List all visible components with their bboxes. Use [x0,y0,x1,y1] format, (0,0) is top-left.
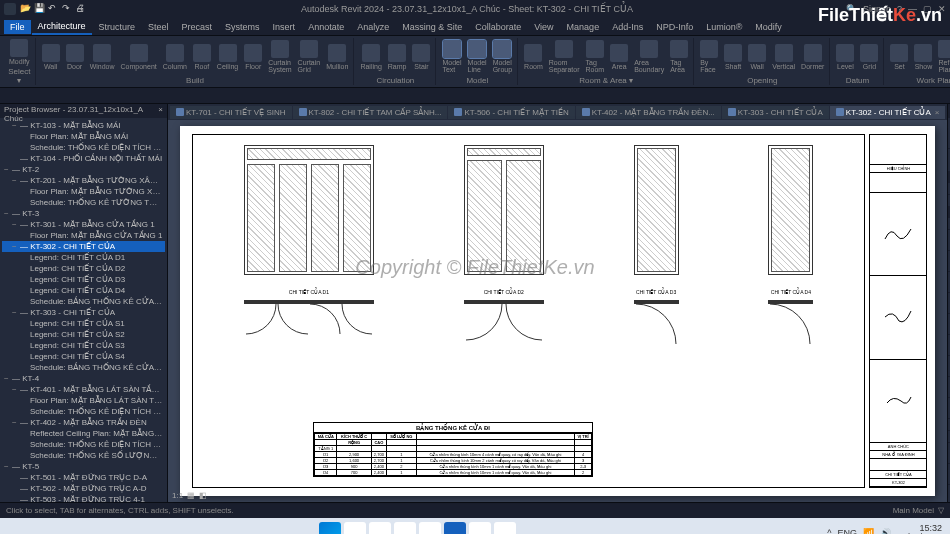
ribbon-tab-massingsite[interactable]: Massing & Site [396,20,468,34]
system-tray[interactable]: ^ ENG 📶 🔊 15:32 24/08/2023 [827,524,942,534]
tool-modelline[interactable]: Model Line [466,39,489,74]
tree-item[interactable]: Floor Plan: MẶT BẰNG CỬA TẦNG 1 [2,230,165,241]
tree-item[interactable]: −— KT-201 - MẶT BẰNG TƯỜNG XÂY TẦNG 1 [2,175,165,186]
tool-ramp[interactable]: Ramp [386,43,409,71]
tree-item[interactable]: Schedule: THỐNG KÊ DIỆN TÍCH MÁI [2,142,165,153]
ribbon-tab-npdinfo[interactable]: NPD-Info [650,20,699,34]
tool-show[interactable]: Show [912,43,934,71]
tool-mullion[interactable]: Mullion [324,43,350,71]
ribbon-tab-addins[interactable]: Add-Ins [606,20,649,34]
tool-curtainsystem[interactable]: Curtain System [266,39,293,74]
tree-item[interactable]: Legend: CHI TIẾT CỦA S3 [2,340,165,351]
ribbon-tab-manage[interactable]: Manage [561,20,606,34]
door-d1-elevation[interactable] [244,145,374,275]
tool-curtaingrid[interactable]: Curtain Grid [296,39,323,74]
titleblock[interactable]: HIỆU CHỈNH ANH CHÚC NHÀ Ở GIA ĐÌNH CHI T… [869,134,927,488]
view-tab[interactable]: KT-303 - CHI TIẾT CỦA [722,106,829,119]
door-d2-elevation[interactable] [464,145,544,275]
ribbon-tab-annotate[interactable]: Annotate [302,20,350,34]
ribbon-tab-steel[interactable]: Steel [142,20,175,34]
tool-tagarea[interactable]: Tag Area [668,39,690,74]
taskbar-search-icon[interactable] [344,522,366,534]
tree-item[interactable]: — KT-501 - MẶT ĐỨNG TRỤC D-A [2,472,165,483]
door-schedule[interactable]: BẢNG THỐNG KÊ CỬA ĐI MÃ CỬAKÍCH THƯỚCSỐ … [313,422,593,477]
tool-dormer[interactable]: Dormer [799,43,826,71]
tree-item[interactable]: Legend: CHI TIẾT CỦA D1 [2,252,165,263]
ribbon-tab-modify[interactable]: Modify [749,20,788,34]
qat-open-icon[interactable]: 📂 [20,3,32,15]
tool-roomseparator[interactable]: Room Separator [547,39,582,74]
quick-access-toolbar[interactable]: 📂 💾 ↶ ↷ 🖨 [20,3,88,15]
ribbon-tab-view[interactable]: View [528,20,559,34]
tree-item[interactable]: −— KT-302 - CHI TIẾT CỦA [2,241,165,252]
swing-d2[interactable] [464,300,544,350]
tree-item[interactable]: Legend: CHI TIẾT CỦA S2 [2,329,165,340]
project-browser-header[interactable]: Project Browser - 23.07.31_12x10x1_A Chú… [0,104,167,118]
tree-item[interactable]: Schedule: THỐNG KÊ TƯỜNG TỔNG HỢP [2,197,165,208]
tree-item[interactable]: Schedule: THỐNG KÊ SỐ LƯỢNG ĐÈN [2,450,165,461]
tool-roof[interactable]: Roof [191,43,213,71]
tool-tagroom[interactable]: Tag Room [584,39,607,74]
tool-railing[interactable]: Railing [358,43,383,71]
ribbon-tab-insert[interactable]: Insert [267,20,302,34]
tree-item[interactable]: — KT-502 - MẶT ĐỨNG TRỤC A-D [2,483,165,494]
qat-undo-icon[interactable]: ↶ [48,3,60,15]
tool-modeltext[interactable]: Model Text [440,39,463,74]
tool-window[interactable]: Window [88,43,117,71]
tool-stair[interactable]: Stair [410,43,432,71]
view-tab[interactable]: KT-506 - CHI TIẾT MẶT TIỀN [448,106,574,119]
door-d4-elevation[interactable] [768,145,813,275]
tool-area[interactable]: Area [608,43,630,71]
ribbon-tab-collaborate[interactable]: Collaborate [469,20,527,34]
swing-d1[interactable] [244,300,374,350]
drawing-canvas[interactable]: CHI TIẾT CỦA D1 CHI TIẾT CỦA D2 CHI TIẾT [168,120,947,502]
ribbon-tab-precast[interactable]: Precast [176,20,219,34]
tray-lang[interactable]: ENG [837,528,857,534]
tool-wall[interactable]: Wall [746,43,768,71]
tool-component[interactable]: Component [119,43,159,71]
tree-item[interactable]: −— KT-401 - MẶT BẰNG LÁT SÀN TẦNG 1 [2,384,165,395]
ribbon-tab-lumion[interactable]: Lumion® [700,20,748,34]
taskbar-chrome-icon[interactable] [419,522,441,534]
tree-item[interactable]: Floor Plan: MẶT BẰNG TƯỜNG XÂY TẦNG 1 [2,186,165,197]
taskbar-revit-icon[interactable] [444,522,466,534]
tool-floor[interactable]: Floor [242,43,264,71]
door-d3-elevation[interactable] [634,145,679,275]
tool-level[interactable]: Level [834,43,856,71]
tool-modify[interactable]: Modify [7,38,32,66]
tree-item[interactable]: Legend: CHI TIẾT CỦA S4 [2,351,165,362]
tree-item[interactable]: Legend: CHI TIẾT CỦA S1 [2,318,165,329]
tree-item[interactable]: Reflected Ceiling Plan: MẶT BẰNG TRẦN ĐÈ [2,428,165,439]
view-tab[interactable]: KT-402 - MẶT BẰNG TRẦN ĐÈN... [576,106,721,119]
tab-close-icon[interactable]: × [935,108,940,117]
tool-grid[interactable]: Grid [858,43,880,71]
tree-item[interactable]: Schedule: BẢNG THỐNG KÊ CỬA SỔ [2,362,165,373]
tree-item[interactable]: −— KT-5 [2,461,165,472]
ribbon-tab-analyze[interactable]: Analyze [351,20,395,34]
ribbon-tab-systems[interactable]: Systems [219,20,266,34]
scale-control[interactable]: 1:1 [172,491,183,500]
project-browser-tree[interactable]: −— KT-103 - MẶT BẰNG MÁIFloor Plan: MẶT … [0,118,167,502]
tool-room[interactable]: Room [522,43,545,71]
tree-item[interactable]: Legend: CHI TIẾT CỦA D3 [2,274,165,285]
tree-item[interactable]: Floor Plan: MẶT BẰNG MÁI [2,131,165,142]
tree-item[interactable]: Schedule: THỐNG KÊ DIỆN TÍCH LÁT SÀN TẦ [2,406,165,417]
tray-wifi-icon[interactable]: 📶 [863,528,874,534]
visual-style-icon[interactable]: ◧ [199,491,207,500]
taskbar-edge-icon[interactable] [394,522,416,534]
tool-door[interactable]: Door [64,43,86,71]
tree-item[interactable]: — KT-104 - PHỐI CẢNH NỘI THẤT MÁI [2,153,165,164]
tool-wall[interactable]: Wall [40,43,62,71]
tree-item[interactable]: Schedule: THỐNG KÊ DIỆN TÍCH TRẦN TẦNG [2,439,165,450]
swing-d3[interactable] [634,300,679,350]
qat-save-icon[interactable]: 💾 [34,3,46,15]
tray-volume-icon[interactable]: 🔊 [880,528,891,534]
tree-item[interactable]: −— KT-4 [2,373,165,384]
tree-item[interactable]: −— KT-303 - CHI TIẾT CỦA [2,307,165,318]
tree-item[interactable]: Legend: CHI TIẾT CỦA D4 [2,285,165,296]
view-tab[interactable]: KT-302 - CHI TIẾT CỦA× [830,106,946,119]
tree-item[interactable]: −— KT-3 [2,208,165,219]
tree-item[interactable]: −— KT-301 - MẶT BẰNG CỬA TẦNG 1 [2,219,165,230]
view-control-bar[interactable]: 1:1 ▦ ◧ [172,491,207,500]
tool-set[interactable]: Set [888,43,910,71]
